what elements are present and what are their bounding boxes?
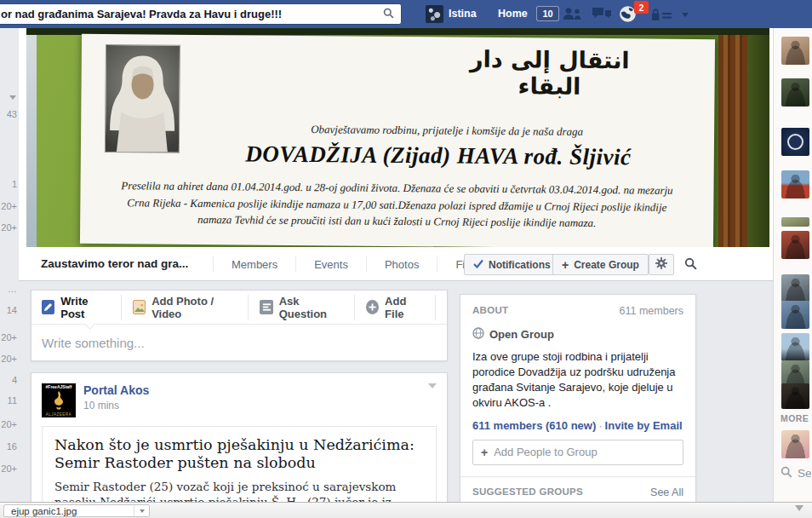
left-rail-count[interactable]: 43 [0, 109, 17, 119]
chat-sidebar: MORE Se [773, 28, 812, 503]
chat-contact-photo-arsenal-crest[interactable] [781, 128, 809, 156]
about-header: ABOUT [472, 305, 508, 317]
add-photo-video-label: Add Photo / Video [152, 295, 237, 320]
left-rail-caret-icon[interactable] [9, 95, 16, 100]
group-search-icon[interactable] [684, 257, 697, 273]
obituary-deceased-name: DOVADŽIJA (Zijad) HAVA rođ. Šljivić [174, 141, 702, 171]
chat-contact-photo[interactable] [781, 383, 809, 409]
messages-icon[interactable] [592, 7, 612, 21]
aljazeera-flame-icon [49, 390, 68, 414]
profile-name-link[interactable]: Istina [449, 8, 477, 20]
left-rail-count[interactable]: 1 [0, 179, 17, 189]
left-rail-count[interactable]: 20+ [0, 419, 17, 429]
gear-icon [655, 257, 667, 272]
write-post-label: Write Post [60, 295, 109, 320]
scroll-down-arrow-icon[interactable] [795, 505, 803, 511]
chat-contact-photo[interactable] [781, 37, 809, 65]
chat-contact-photo[interactable] [781, 231, 809, 259]
chat-contact-photo[interactable] [781, 78, 809, 106]
chat-contact-photo[interactable] [781, 170, 809, 199]
arabic-calligraphy: انتقال إلى دار البقاء [438, 45, 660, 100]
cover-dark-edge [747, 35, 769, 247]
chat-contact-photo-partial[interactable] [781, 217, 809, 227]
tab-ask-question[interactable]: Ask Question [260, 295, 355, 320]
left-rail-count[interactable]: 20+ [0, 222, 17, 233]
create-group-label: Create Group [574, 259, 639, 271]
group-settings-button[interactable] [649, 254, 674, 275]
search-value: or nad građanima Sarajeva! Pravda za Hav… [1, 8, 383, 20]
left-rail-count[interactable]: 20+ [0, 463, 17, 474]
notifications-button[interactable]: Notifications [464, 254, 560, 275]
suggested-groups-header: SUGGESTED GROUPS [472, 486, 583, 498]
chat-contact-photo[interactable] [781, 301, 809, 329]
account-menu-caret-icon[interactable] [682, 13, 689, 17]
privacy-shortcuts-icon[interactable] [652, 9, 672, 20]
profile-avatar[interactable] [426, 5, 443, 23]
notifications-count-badge[interactable]: 2 [634, 1, 649, 14]
suggested-groups-header-row: SUGGESTED GROUPS See All [472, 486, 683, 498]
group-tabs: Members Events Photos Files [213, 247, 497, 281]
about-members-count[interactable]: 611 members [620, 305, 684, 317]
avatar-bottom-text: ALJAZEERA [42, 412, 76, 417]
plus-icon: + [481, 446, 488, 458]
left-rail-count[interactable]: 11 [0, 395, 17, 406]
about-header-row: ABOUT 611 members [472, 295, 683, 317]
composer-tabs: Write Post Add Photo / Video Ask Questio… [31, 291, 447, 325]
photo-icon [133, 300, 146, 314]
group-title[interactable]: Zaustavimo teror nad gra... [41, 257, 188, 270]
post-author-avatar[interactable]: #FreeAJStaff ALJAZEERA [42, 383, 76, 417]
tab-add-photo-video[interactable]: Add Photo / Video [133, 295, 249, 320]
obituary-details-text: Preselila na ahiret dana 01.04.2014.god.… [116, 177, 678, 232]
search-input[interactable]: or nad građanima Sarajeva! Pravda za Hav… [0, 3, 402, 25]
create-group-button[interactable]: + Create Group [552, 254, 649, 275]
post-author-block: Portal Akos 10 mins [83, 383, 149, 417]
top-navbar: or nad građanima Sarajeva! Pravda za Hav… [0, 0, 812, 28]
open-group-globe-icon [472, 327, 484, 342]
home-link[interactable]: Home [498, 8, 528, 20]
chat-search[interactable]: Se [781, 466, 812, 481]
post-header: #FreeAJStaff ALJAZEERA Portal Akos 10 mi… [31, 373, 447, 424]
tab-events[interactable]: Events [295, 256, 366, 272]
see-all-link[interactable]: See All [650, 486, 683, 498]
left-rail-count[interactable]: … [0, 284, 17, 294]
members-count-link[interactable]: 611 members (610 new) [472, 419, 596, 432]
friend-requests-icon[interactable] [562, 7, 583, 20]
divider [460, 476, 695, 477]
left-rail-count[interactable]: 14 [0, 305, 17, 315]
check-icon [473, 259, 483, 271]
tab-members[interactable]: Members [213, 256, 295, 272]
write-something-input[interactable]: Write something... [31, 325, 447, 361]
invite-by-email-link[interactable]: Invite by Email [605, 419, 683, 432]
chat-more-label: MORE [781, 413, 809, 423]
download-item-menu-caret-icon[interactable] [134, 505, 149, 516]
left-rail-count[interactable]: 4 [0, 375, 17, 385]
tab-add-file[interactable]: Add File [366, 295, 436, 320]
add-people-input[interactable]: + Add People to Group [472, 440, 683, 465]
search-icon[interactable] [383, 7, 394, 22]
post-composer: Write Post Add Photo / Video Ask Questio… [31, 290, 448, 361]
obituary-paper: انتقال إلى دار البقاء Obavještavamo rodb… [80, 34, 715, 247]
chat-contact-photo[interactable] [781, 274, 809, 302]
left-rail-count[interactable]: 20+ [0, 354, 17, 364]
group-cover-photo[interactable]: انتقال إلى دار البقاء Obavještavamo rodb… [19, 28, 773, 247]
link-title[interactable]: Nakon što je usmrtio pješakinju u Nedžar… [54, 436, 424, 473]
post-author-link[interactable]: Portal Akos [83, 383, 149, 397]
left-rail-count[interactable]: 20+ [0, 201, 17, 211]
obituary-intro-line: Obavještavamo rodbinu, prijatelje i komš… [209, 122, 685, 140]
post-timestamp[interactable]: 10 mins [83, 400, 149, 412]
tab-write-post[interactable]: Write Post [42, 295, 122, 320]
cover-photo-image: انتقال إلى دار البقاء Obavještavamo rodb… [26, 28, 769, 247]
home-notification-badge[interactable]: 10 [536, 6, 559, 21]
download-item[interactable]: ejup ganic1.jpg [3, 504, 150, 517]
chat-contact-photo[interactable] [781, 430, 809, 458]
left-rail-count[interactable]: 16 [0, 441, 17, 452]
search-icon [781, 466, 792, 481]
plus-icon: + [562, 259, 569, 271]
tab-photos[interactable]: Photos [366, 256, 437, 272]
chat-contact-photo[interactable] [781, 333, 809, 361]
post-menu-chevron-icon[interactable] [428, 383, 437, 388]
about-card: ABOUT 611 members Open Group Iza ove gru… [460, 294, 696, 503]
members-line: 611 members (610 new)·Invite by Email [472, 419, 683, 432]
group-privacy-row: Open Group [472, 327, 683, 342]
left-rail-count[interactable]: 20+ [0, 332, 17, 342]
